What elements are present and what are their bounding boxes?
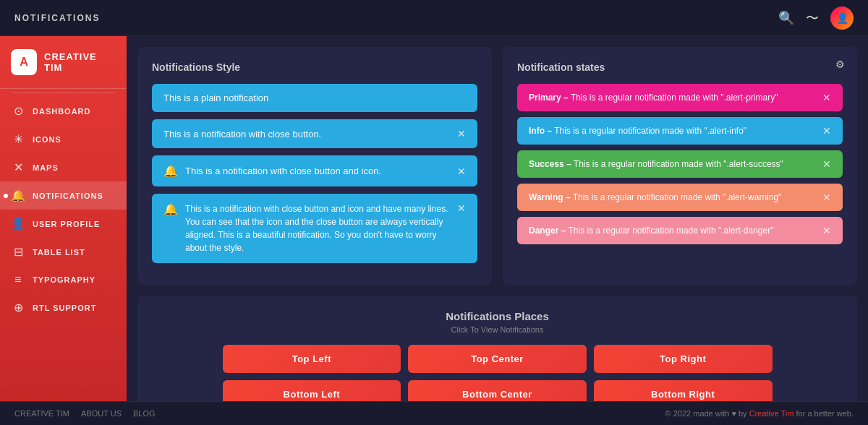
- sidebar-item-label: USER PROFILE: [33, 220, 100, 228]
- state-warning: Warning – This is a regular notification…: [517, 184, 843, 211]
- sidebar-item-typography[interactable]: ≡ TYPOGRAPHY: [0, 266, 127, 293]
- content-inner: Notifications Style This is a plain noti…: [127, 36, 868, 296]
- notifications-icon: 🔔: [11, 189, 25, 202]
- top-right-button[interactable]: Top Right: [594, 345, 773, 373]
- sidebar-item-label: ICONS: [33, 135, 61, 144]
- sidebar-item-label: DASHBOARD: [33, 107, 91, 116]
- state-danger: Danger – This is a regular notification …: [517, 217, 843, 244]
- footer-link-creative-tim[interactable]: CREATIVE TIM: [14, 409, 69, 418]
- sidebar-item-table-list[interactable]: ⊟ TABLE LIST: [0, 238, 127, 266]
- dashboard-icon: ⊙: [11, 104, 25, 118]
- sidebar-item-label: NOTIFICATIONS: [33, 192, 103, 200]
- close-icon[interactable]: ✕: [822, 225, 831, 236]
- activity-icon[interactable]: 〜: [806, 9, 819, 27]
- notification-states-card: Notification states ⚙ Primary – This is …: [503, 47, 857, 285]
- sidebar-item-label: TABLE LIST: [33, 248, 85, 257]
- topbar-actions: 🔍 〜 👤: [778, 7, 854, 30]
- sidebar-item-label: RTL SUPPORT: [33, 304, 96, 312]
- user-icon: 👤: [11, 217, 25, 231]
- top-center-button[interactable]: Top Center: [408, 345, 587, 373]
- notifications-places-subtitle: Click To View Notifications: [152, 325, 843, 334]
- typography-icon: ≡: [11, 273, 25, 286]
- top-left-button[interactable]: Top Left: [223, 345, 401, 373]
- state-warning-text: Warning – This is a regular notification…: [529, 192, 781, 202]
- state-info-text: Info – This is a regular notification ma…: [529, 126, 746, 136]
- close-icon[interactable]: ✕: [457, 202, 466, 214]
- table-icon: ⊟: [11, 245, 25, 259]
- sidebar-item-label: TYPOGRAPHY: [33, 275, 95, 284]
- sidebar-item-icons[interactable]: ✳ ICONS: [0, 125, 127, 153]
- icons-icon: ✳: [11, 132, 25, 146]
- notifications-style-title: Notifications Style: [152, 61, 477, 73]
- bottom-center-button[interactable]: Bottom Center: [408, 380, 587, 401]
- close-icon[interactable]: ✕: [822, 158, 831, 170]
- main-layout: A CREATIVE TIM ⊙ DASHBOARD ✳ ICONS ✕ MAP…: [0, 36, 868, 401]
- sidebar-item-dashboard[interactable]: ⊙ DASHBOARD: [0, 97, 127, 125]
- sidebar-item-rtl-support[interactable]: ⊕ RTL SUPPORT: [0, 293, 127, 322]
- bell-icon: 🔔: [163, 164, 178, 178]
- sidebar-item-label: MAPS: [33, 163, 59, 172]
- state-success: Success – This is a regular notification…: [517, 150, 843, 178]
- bottom-left-button[interactable]: Bottom Left: [223, 380, 401, 401]
- content: Notifications Style This is a plain noti…: [127, 36, 868, 401]
- footer-brand[interactable]: Creative Tim: [749, 409, 794, 418]
- brand-logo: A: [11, 49, 37, 75]
- brand-name: CREATIVE TIM: [44, 51, 116, 73]
- close-icon[interactable]: ✕: [822, 192, 831, 203]
- sidebar-item-user-profile[interactable]: 👤 USER PROFILE: [0, 210, 127, 238]
- avatar[interactable]: 👤: [830, 7, 854, 30]
- notifications-places-section: Notifications Places Click To View Notif…: [137, 296, 857, 401]
- notification-with-close: This is a notification with close button…: [152, 119, 477, 148]
- state-danger-text: Danger – This is a regular notification …: [529, 226, 773, 236]
- page-title: NOTIFICATIONS: [14, 13, 100, 23]
- sidebar-item-maps[interactable]: ✕ MAPS: [0, 153, 127, 181]
- state-success-text: Success – This is a regular notification…: [529, 159, 783, 169]
- active-indicator: [4, 194, 8, 198]
- close-icon[interactable]: ✕: [822, 92, 831, 103]
- footer-links: CREATIVE TIM ABOUT US BLOG: [14, 409, 156, 418]
- footer-link-about-us[interactable]: ABOUT US: [81, 409, 122, 418]
- sidebar-brand: A CREATIVE TIM: [0, 36, 127, 89]
- close-icon[interactable]: ✕: [822, 125, 831, 137]
- notification-multiline: 🔔 This is a notification with close butt…: [152, 194, 477, 263]
- rtl-icon: ⊕: [11, 301, 25, 314]
- gear-button[interactable]: ⚙: [830, 54, 850, 74]
- footer-link-blog[interactable]: BLOG: [133, 409, 156, 418]
- bell-icon: 🔔: [163, 202, 178, 216]
- sidebar-item-notifications[interactable]: 🔔 NOTIFICATIONS: [0, 181, 127, 210]
- notifications-places-title: Notifications Places: [152, 310, 843, 322]
- notifications-style-card: Notifications Style This is a plain noti…: [137, 47, 492, 285]
- places-grid: Top Left Top Center Top Right Bottom Lef…: [223, 345, 773, 401]
- sidebar-divider: [11, 93, 116, 93]
- footer: CREATIVE TIM ABOUT US BLOG © 2022 made w…: [0, 401, 868, 425]
- topbar: NOTIFICATIONS 🔍 〜 👤: [0, 0, 868, 36]
- maps-icon: ✕: [11, 160, 25, 174]
- close-icon[interactable]: ✕: [457, 166, 466, 177]
- sidebar: A CREATIVE TIM ⊙ DASHBOARD ✳ ICONS ✕ MAP…: [0, 36, 127, 401]
- close-icon[interactable]: ✕: [457, 128, 466, 139]
- notification-with-icon: 🔔 This is a notification with close butt…: [152, 155, 477, 186]
- state-primary: Primary – This is a regular notification…: [517, 84, 843, 111]
- bottom-right-button[interactable]: Bottom Right: [594, 380, 773, 401]
- notification-states-title: Notification states: [517, 61, 843, 73]
- search-icon[interactable]: 🔍: [778, 10, 794, 26]
- state-primary-text: Primary – This is a regular notification…: [529, 93, 778, 103]
- notification-plain: This is a plain notification: [152, 84, 477, 112]
- footer-copyright: © 2022 made with ♥ by Creative Tim for a…: [665, 409, 854, 418]
- state-info: Info – This is a regular notification ma…: [517, 117, 843, 145]
